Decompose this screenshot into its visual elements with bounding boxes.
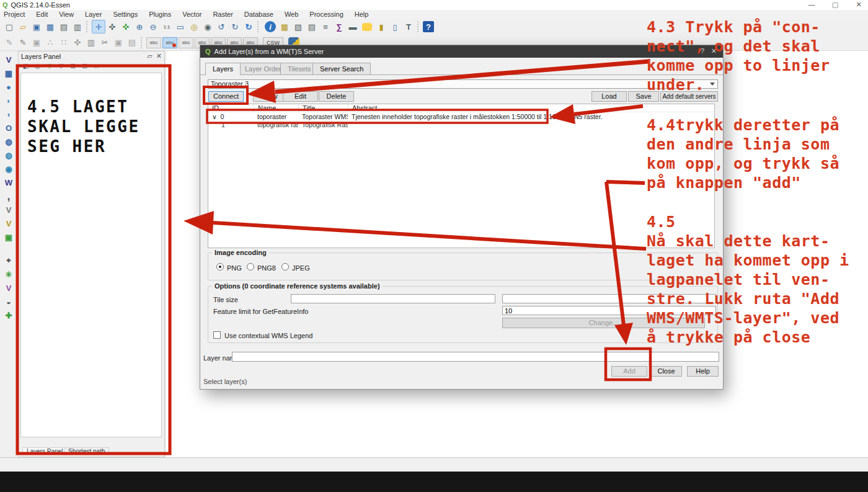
layer-styling-icon[interactable]: ◧: [21, 61, 30, 70]
remove-layer-icon[interactable]: □: [92, 61, 101, 70]
add-wms-layer-icon[interactable]: ◍: [2, 149, 16, 161]
menu-view[interactable]: View: [59, 11, 74, 18]
zoom-to-selection-icon[interactable]: ◎: [187, 20, 201, 34]
statistics-icon[interactable]: ∑: [332, 20, 346, 34]
collapse-all-icon[interactable]: ⊟: [80, 61, 89, 70]
tab-layers-panel[interactable]: Layers Panel: [22, 447, 67, 455]
server-combo[interactable]: Toporaster 3: [208, 79, 718, 89]
add-postgis-layer-icon[interactable]: ●: [2, 81, 16, 93]
load-button[interactable]: Load: [591, 91, 627, 102]
copy-features-icon[interactable]: ▣: [112, 36, 125, 50]
table-row[interactable]: 1 topografisk raster Topografisk Raster: [208, 120, 714, 128]
panel-float-icon[interactable]: ▱: [147, 52, 152, 60]
add-wcs-layer-icon[interactable]: ◉: [2, 163, 16, 175]
composer-manager-icon[interactable]: ▥: [71, 20, 84, 34]
gps-tools-icon[interactable]: ⌖: [2, 254, 16, 267]
panel-close-icon[interactable]: ✕: [156, 52, 162, 60]
map-tips-icon[interactable]: [362, 23, 372, 31]
expand-arrow-icon[interactable]: ∨: [212, 113, 217, 120]
menu-project[interactable]: Project: [4, 11, 25, 18]
node-tool-icon[interactable]: ∴: [43, 36, 57, 50]
connect-button[interactable]: Connect: [208, 91, 244, 102]
add-spatialite-layer-icon[interactable]: ◗: [2, 94, 16, 107]
png8-label[interactable]: PNG8: [257, 264, 276, 272]
close-dialog-button[interactable]: Close: [650, 366, 682, 377]
menu-edit[interactable]: Edit: [36, 11, 48, 18]
zoom-last-icon[interactable]: ↺: [215, 20, 228, 34]
help-button[interactable]: Help: [687, 366, 719, 377]
zoom-out-icon[interactable]: ⊖: [146, 20, 160, 34]
minimize-button[interactable]: —: [804, 1, 820, 8]
table-row[interactable]: ∨ 0 toporaster Toporaster WMS Tjenesten …: [208, 112, 714, 120]
add-wfs-layer-icon[interactable]: W: [2, 176, 16, 189]
current-edits-icon[interactable]: ✎: [2, 36, 16, 50]
menu-database[interactable]: Database: [244, 11, 273, 18]
touch-zoom-icon[interactable]: ✛: [92, 20, 105, 34]
zoom-next-icon[interactable]: ↻: [228, 20, 242, 34]
maximize-button[interactable]: ▢: [827, 1, 843, 9]
new-shapefile-layer-icon[interactable]: V: [2, 204, 16, 216]
field-calculator-icon[interactable]: ≡: [319, 20, 332, 34]
pan-map-icon[interactable]: ✜: [105, 20, 119, 34]
layers-list[interactable]: 4.5 LAGET SKAL LEGGE SEG HER: [20, 73, 162, 437]
open-project-icon[interactable]: ▱: [16, 20, 30, 34]
label-highlight-icon[interactable]: abc: [162, 37, 177, 48]
tile-width-input[interactable]: [291, 294, 495, 303]
show-bookmarks-icon[interactable]: ▯: [388, 20, 402, 34]
new-bookmark-icon[interactable]: ▮: [374, 20, 388, 34]
menu-layer[interactable]: Layer: [85, 11, 102, 18]
edit-button[interactable]: Edit: [283, 91, 318, 102]
help-icon[interactable]: ?: [423, 21, 434, 32]
close-button[interactable]: ✕: [851, 1, 867, 9]
toggle-editing-icon[interactable]: ✎: [16, 36, 30, 50]
save-project-icon[interactable]: ▣: [30, 20, 43, 34]
measure-icon[interactable]: ▬: [346, 20, 360, 34]
map-themes-icon[interactable]: ◎: [33, 61, 42, 70]
menu-plugins[interactable]: Plugins: [149, 11, 171, 18]
jpeg-label[interactable]: JPEG: [292, 264, 310, 272]
cut-features-icon[interactable]: ✂: [98, 36, 112, 50]
new-geopackage-layer-icon[interactable]: ▣: [2, 231, 16, 243]
attribute-table-icon[interactable]: ▤: [305, 20, 319, 34]
menu-web[interactable]: Web: [285, 11, 298, 18]
add-mssql-layer-icon[interactable]: ◖: [2, 108, 16, 120]
zoom-in-icon[interactable]: ⊕: [133, 20, 146, 34]
add-button[interactable]: Add: [611, 366, 647, 377]
label-show-hide-icon[interactable]: abc: [179, 37, 193, 48]
wms-legend-checkbox[interactable]: [213, 331, 221, 339]
add-delimited-text-icon[interactable]: ,: [2, 190, 16, 202]
add-oracle-layer-icon[interactable]: O: [2, 122, 16, 134]
deselect-features-icon[interactable]: ▧: [291, 20, 305, 34]
spatial-query-icon[interactable]: V: [2, 282, 16, 294]
osm-tools-icon[interactable]: ◒: [2, 295, 16, 308]
filter-legend-icon[interactable]: ▽: [45, 61, 54, 70]
delete-selected-icon[interactable]: ▥: [84, 36, 98, 50]
menu-processing[interactable]: Processing: [309, 11, 343, 18]
filter-expression-icon[interactable]: ▽: [56, 61, 66, 70]
select-features-icon[interactable]: ▦: [278, 20, 291, 34]
menu-raster[interactable]: Raster: [213, 11, 232, 18]
png-radio[interactable]: [216, 263, 224, 271]
layer-table[interactable]: ID Name Title Abstract ∨ 0 toporaster To…: [208, 104, 715, 248]
move-feature-icon[interactable]: ✜: [71, 36, 84, 50]
pan-to-selection-icon[interactable]: ✜: [119, 20, 133, 34]
new-composer-icon[interactable]: ▤: [57, 20, 71, 34]
identify-icon[interactable]: i: [265, 21, 276, 32]
refresh-icon[interactable]: ↻: [242, 20, 255, 34]
tab-layers[interactable]: Layers: [205, 63, 241, 75]
grass-tools-icon[interactable]: ✳: [2, 268, 16, 280]
png8-radio[interactable]: [247, 263, 254, 271]
wms-legend-label[interactable]: Use contextual WMS Legend: [224, 332, 312, 339]
virtual-layer-icon[interactable]: ✚: [2, 309, 16, 321]
png-label[interactable]: PNG: [227, 264, 242, 272]
zoom-full-icon[interactable]: ▭: [174, 20, 187, 34]
text-annotation-icon[interactable]: T: [402, 20, 415, 34]
layer-name-input[interactable]: [232, 352, 719, 362]
new-project-icon[interactable]: ▢: [2, 20, 16, 34]
new-spatialite-layer-icon[interactable]: V: [2, 217, 16, 230]
expand-all-icon[interactable]: ⊞: [68, 61, 78, 70]
zoom-native-icon[interactable]: 1:1: [160, 20, 174, 34]
tab-shortest-path[interactable]: Shortest path: [64, 447, 109, 455]
menu-vector[interactable]: Vector: [182, 11, 202, 18]
delete-button[interactable]: Delete: [319, 91, 354, 102]
